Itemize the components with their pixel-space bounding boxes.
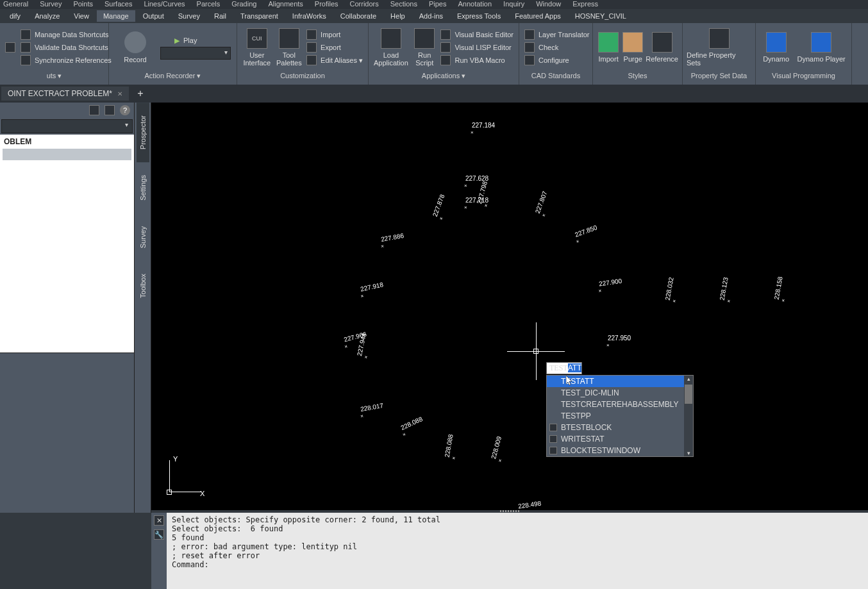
scrollbar[interactable]: ▴▾: [684, 376, 693, 456]
autocomplete-item[interactable]: WRITESTAT: [547, 433, 693, 445]
point-label[interactable]: 228.123: [719, 277, 730, 301]
vtab-prospector[interactable]: Prospector: [137, 103, 149, 162]
vtab-toolbox[interactable]: Toolbox: [137, 261, 149, 311]
autocomplete-item[interactable]: TESTCREATEREHABASSEMBLY: [547, 399, 693, 410]
record-button[interactable]: Record: [113, 31, 158, 63]
tree-selected-item[interactable]: [3, 149, 131, 160]
cust-import[interactable]: Import: [305, 29, 364, 40]
command-input[interactable]: TESTATT: [546, 362, 582, 374]
tree-icon[interactable]: [89, 105, 99, 115]
dynamo-player-button[interactable]: Dynamo Player: [795, 32, 847, 63]
new-tab-button[interactable]: +: [134, 87, 147, 100]
tab-rail[interactable]: Rail: [208, 10, 233, 22]
point-label[interactable]: 228.009: [490, 436, 503, 460]
run-script-button[interactable]: Run Script: [412, 28, 437, 67]
reference-button[interactable]: Reference: [646, 32, 678, 63]
load-application-button[interactable]: Load Application: [372, 28, 410, 67]
menu-surfaces[interactable]: Surfaces: [104, 0, 132, 9]
autocomplete-item[interactable]: TESTATT: [547, 376, 693, 387]
menu-annotation[interactable]: Annotation: [458, 0, 492, 9]
user-interface-button[interactable]: CUIUser Interface: [241, 28, 273, 67]
prospector-tree[interactable]: OBLEM: [0, 135, 134, 353]
autocomplete-item[interactable]: TEST_DIC-MLIN: [547, 387, 693, 399]
import-style-button[interactable]: Import: [597, 32, 620, 63]
cad-check[interactable]: Check: [523, 42, 590, 53]
tab-hosneycivil[interactable]: HOSNEY_CIVIL: [569, 10, 633, 22]
menu-window[interactable]: Window: [536, 0, 561, 9]
help-icon[interactable]: ?: [120, 105, 130, 115]
autocomplete-item[interactable]: BLOCKTESTWINDOW: [547, 445, 693, 456]
point-label[interactable]: 228.158: [773, 276, 784, 301]
cust-export[interactable]: Export: [305, 42, 364, 53]
point-label[interactable]: 228.088: [399, 415, 423, 431]
menu-profiles[interactable]: Profiles: [315, 0, 338, 9]
tab-manage[interactable]: Manage: [97, 10, 135, 22]
tab-featuredapps[interactable]: Featured Apps: [508, 10, 567, 22]
list-icon[interactable]: [104, 105, 115, 115]
tab-addins[interactable]: Add-ins: [413, 10, 449, 22]
tree-root[interactable]: OBLEM: [0, 135, 134, 149]
menu-survey[interactable]: Survey: [40, 0, 62, 9]
shortcut-synchronizereferences[interactable]: Synchronize References: [19, 54, 113, 66]
menu-sections[interactable]: Sections: [390, 0, 417, 9]
tab-infraworks[interactable]: InfraWorks: [286, 10, 333, 22]
command-window[interactable]: ✕ 🔧 Select objects: Specify opposite cor…: [151, 513, 868, 589]
close-cmd-icon[interactable]: ✕: [154, 515, 164, 526]
vtab-survey[interactable]: Survey: [137, 213, 149, 261]
tab-dify[interactable]: dify: [3, 10, 27, 22]
tab-analyze[interactable]: Analyze: [28, 10, 66, 22]
point-label[interactable]: 227.886: [380, 232, 405, 243]
drawing-canvas[interactable]: Y X 227.184227.628227.798227.718227.8782…: [151, 103, 868, 513]
point-label[interactable]: 227.718: [465, 197, 488, 204]
cad-configure[interactable]: Configure: [523, 54, 590, 66]
dynamo-button[interactable]: Dynamo: [760, 32, 792, 63]
tab-view[interactable]: View: [67, 10, 96, 22]
speech-icon[interactable]: [160, 35, 171, 46]
menu-grading[interactable]: Grading: [231, 0, 256, 9]
app-visuallispeditor[interactable]: Visual LISP Editor: [439, 42, 515, 53]
menu-pipes[interactable]: Pipes: [429, 0, 447, 9]
menu-inquiry[interactable]: Inquiry: [503, 0, 524, 9]
dynamic-input[interactable]: TESTATTTESTATTTEST_DIC-MLINTESTCREATEREH…: [546, 362, 582, 374]
menu-parcels[interactable]: Parcels: [197, 0, 221, 9]
point-label[interactable]: 227.950: [608, 335, 631, 342]
play-button[interactable]: ▶Play: [173, 36, 198, 46]
point-label[interactable]: 227.918: [360, 281, 384, 292]
point-label[interactable]: 227.807: [534, 190, 549, 215]
cust-editaliases[interactable]: Edit Aliases ▾: [305, 54, 364, 66]
cad-layertranslator[interactable]: Layer Translator: [523, 29, 590, 40]
menu-express[interactable]: Express: [572, 0, 598, 9]
point-label[interactable]: 228.088: [444, 434, 455, 458]
resize-grip[interactable]: [151, 510, 868, 513]
shortcut-validatedatashortcuts[interactable]: Validate Data Shortcuts: [19, 42, 113, 53]
tab-transparent[interactable]: Transparent: [234, 10, 285, 22]
menu-points[interactable]: Points: [73, 0, 93, 9]
point-label[interactable]: 227.850: [574, 224, 598, 238]
view-dropdown[interactable]: [1, 119, 133, 133]
tool-palettes-button[interactable]: Tool Palettes: [276, 28, 303, 67]
tab-output[interactable]: Output: [137, 10, 171, 22]
close-icon[interactable]: ✕: [117, 90, 122, 97]
point-label[interactable]: 228.498: [517, 500, 541, 510]
menu-linescurves[interactable]: Lines/Curves: [144, 0, 185, 9]
autocomplete-item[interactable]: BTESTBLOCK: [547, 422, 693, 433]
customize-cmd-icon[interactable]: 🔧: [154, 529, 164, 540]
menu-corridors[interactable]: Corridors: [350, 0, 379, 9]
macro-dropdown[interactable]: ▾: [160, 47, 231, 60]
app-runvbamacro[interactable]: Run VBA Macro: [439, 54, 515, 66]
point-label[interactable]: 228.017: [360, 402, 384, 413]
point-label[interactable]: 228.032: [664, 277, 675, 301]
tab-expresstools[interactable]: Express Tools: [451, 10, 507, 22]
vtab-settings[interactable]: Settings: [137, 162, 149, 213]
define-property-sets-button[interactable]: Define Property Sets: [687, 28, 751, 67]
point-label[interactable]: 227.184: [472, 122, 495, 129]
tab-collaborate[interactable]: Collaborate: [334, 10, 383, 22]
purge-button[interactable]: Purge: [622, 32, 643, 63]
point-label[interactable]: 227.878: [431, 194, 446, 218]
autocomplete-item[interactable]: TESTPP: [547, 410, 693, 422]
menu-alignments[interactable]: Alignments: [268, 0, 303, 9]
point-label[interactable]: 227.900: [598, 278, 622, 288]
data-shortcuts-dd[interactable]: [4, 42, 17, 53]
shortcut-managedatashortcuts[interactable]: Manage Data Shortcuts: [19, 29, 113, 40]
menu-general[interactable]: General: [3, 0, 28, 9]
